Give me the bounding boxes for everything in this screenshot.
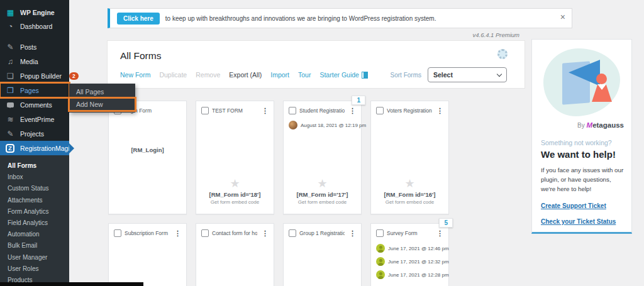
submenu-item-automation[interactable]: Automation bbox=[0, 229, 69, 240]
sidebar-item-registrationmagic[interactable]: Z RegistrationMagic bbox=[0, 141, 69, 156]
check-ticket-status-link[interactable]: Check your Ticket Status bbox=[541, 218, 616, 225]
form-title: Group 1 Registration ... bbox=[299, 230, 345, 236]
form-shortcode: [RM_Login] bbox=[109, 146, 186, 153]
sidebar-item-pages[interactable]: ❐ Pages bbox=[0, 83, 69, 97]
form-checkbox[interactable] bbox=[376, 107, 384, 114]
form-title: Voters Registration Fo... bbox=[387, 107, 432, 114]
submenu-item-bulk-email[interactable]: Bulk Email bbox=[0, 240, 69, 251]
submenu-item-form-analytics[interactable]: Form Analytics bbox=[0, 206, 69, 217]
submenu-item-attachments[interactable]: Attachments bbox=[0, 195, 69, 206]
sidebar-item-popup-builder[interactable]: ❏ Popup Builder 2 bbox=[0, 69, 69, 83]
form-card-group-1-registration[interactable]: Group 1 Registration ... ⋮ bbox=[283, 223, 362, 286]
registrationmagic-submenu: All Forms Inbox Custom Status Attachment… bbox=[0, 155, 69, 286]
popup-builder-icon: ❏ bbox=[6, 72, 15, 80]
kebab-menu-icon[interactable]: ⋮ bbox=[348, 107, 357, 114]
form-shortcode: [RM_Form id='17'] bbox=[284, 191, 361, 198]
sort-forms-area: Sort Forms Select bbox=[391, 67, 507, 82]
sidebar-item-label: Media bbox=[20, 58, 38, 65]
submenu-item-field-analytics[interactable]: Field Analytics bbox=[0, 217, 69, 229]
star-icon[interactable]: ★ bbox=[284, 178, 361, 189]
form-title: TEST FORM bbox=[212, 107, 257, 114]
comments-icon bbox=[6, 101, 15, 109]
form-card-voters-registration[interactable]: Voters Registration Fo... ⋮ ★ [RM_Form i… bbox=[370, 101, 449, 214]
form-card-test-form[interactable]: TEST FORM ⋮ ★ [RM_Form id='18'] Get form… bbox=[196, 101, 274, 214]
sidebar-item-posts[interactable]: ✎ Posts bbox=[0, 40, 69, 54]
embed-code-link[interactable]: Get form embed code bbox=[371, 199, 448, 205]
star-icon[interactable]: ★ bbox=[371, 178, 448, 189]
remove-link: Remove bbox=[196, 71, 220, 79]
admin-sidebar: ▦ WP Engine ◔ Dashboard ✎ Posts ♫ Media … bbox=[0, 0, 69, 286]
update-count-badge: 2 bbox=[69, 72, 79, 80]
pages-flyout-menu: All Pages Add New bbox=[69, 84, 135, 113]
sidebar-item-media[interactable]: ♫ Media bbox=[0, 54, 69, 69]
sidebar-item-dashboard[interactable]: ◔ Dashboard bbox=[0, 19, 69, 33]
form-card-survey-form[interactable]: 5 Survey Form ⋮ June 17, 2021 @ 12:46 pm… bbox=[370, 223, 449, 286]
sidebar-item-comments[interactable]: Comments bbox=[0, 97, 69, 112]
metagauss-logo: Metagauss bbox=[587, 121, 624, 129]
flyout-item-all-pages[interactable]: All Pages bbox=[69, 85, 135, 98]
kebab-menu-icon[interactable]: ⋮ bbox=[435, 107, 445, 114]
submenu-item-inbox[interactable]: Inbox bbox=[0, 172, 69, 183]
create-support-ticket-link[interactable]: Create Support Ticket bbox=[541, 202, 606, 209]
form-card-student-registration[interactable]: 1 Student Registration F... ⋮ August 18,… bbox=[283, 101, 362, 214]
gear-icon[interactable] bbox=[497, 49, 508, 59]
kebab-menu-icon[interactable]: ⋮ bbox=[260, 230, 270, 237]
star-icon[interactable]: ★ bbox=[196, 178, 274, 189]
sidebar-item-label: Posts bbox=[20, 43, 36, 51]
form-card-subscription-form[interactable]: Subscription Form ⋮ bbox=[108, 223, 187, 286]
banner-message: to keep up with breakthroughs and innova… bbox=[165, 15, 436, 22]
form-title: Subscription Form bbox=[125, 230, 170, 236]
person-icon bbox=[376, 257, 385, 266]
submenu-item-custom-status[interactable]: Custom Status bbox=[0, 183, 69, 194]
form-checkbox[interactable] bbox=[289, 107, 296, 114]
kebab-menu-icon[interactable]: ⋮ bbox=[435, 230, 445, 237]
form-card-login-form[interactable]: Login Form [RM_Login] bbox=[108, 101, 187, 214]
form-checkbox[interactable] bbox=[114, 229, 121, 237]
submenu-item-all-forms[interactable]: All Forms bbox=[0, 160, 69, 172]
form-card-contact-form[interactable]: Contact form for hom... ⋮ bbox=[196, 223, 274, 286]
tour-link[interactable]: Tour bbox=[298, 71, 311, 79]
sidebar-item-label: Projects bbox=[20, 130, 44, 138]
submission-date: June 17, 2021 @ 12:28 pm bbox=[388, 272, 449, 278]
bottom-bar bbox=[0, 282, 143, 286]
help-subtitle: Something not working? bbox=[541, 139, 612, 146]
media-icon: ♫ bbox=[6, 58, 15, 65]
avatar bbox=[289, 121, 297, 129]
submission-entry: June 17, 2021 @ 12:28 pm bbox=[376, 270, 448, 279]
sidebar-item-wp-engine[interactable]: ▦ WP Engine bbox=[0, 6, 69, 19]
submission-count-badge: 5 bbox=[439, 218, 453, 228]
kebab-menu-icon[interactable]: ⋮ bbox=[348, 230, 357, 237]
submission-count-badge: 1 bbox=[352, 96, 365, 105]
submission-entry: June 17, 2021 @ 12:32 pm bbox=[376, 257, 448, 266]
sort-forms-label: Sort Forms bbox=[391, 72, 421, 79]
plugin-version: v4.6.4.1 Premium bbox=[473, 31, 519, 38]
submenu-item-user-manager[interactable]: User Manager bbox=[0, 252, 69, 263]
sidebar-item-projects[interactable]: ✎ Projects bbox=[0, 126, 69, 141]
flyout-item-add-new[interactable]: Add New bbox=[69, 98, 135, 111]
form-checkbox[interactable] bbox=[376, 229, 384, 237]
kebab-menu-icon[interactable]: ⋮ bbox=[173, 230, 182, 237]
new-form-link[interactable]: New Form bbox=[120, 71, 150, 79]
submenu-item-user-roles[interactable]: User Roles bbox=[0, 263, 69, 275]
embed-code-link[interactable]: Get form embed code bbox=[196, 199, 274, 205]
sort-forms-select[interactable]: Select bbox=[428, 67, 507, 82]
form-checkbox[interactable] bbox=[289, 229, 296, 237]
sidebar-item-eventprime[interactable]: ≋ EventPrime bbox=[0, 112, 69, 126]
form-shortcode: [RM_Form id='18'] bbox=[196, 191, 274, 198]
click-here-button[interactable]: Click here bbox=[117, 13, 160, 25]
form-checkbox[interactable] bbox=[201, 229, 209, 237]
sidebar-item-label: Comments bbox=[20, 101, 52, 109]
form-checkbox[interactable] bbox=[201, 107, 209, 114]
export-all-link[interactable]: Export (All) bbox=[229, 71, 262, 79]
starter-guide-link[interactable]: Starter Guide bbox=[319, 71, 367, 79]
import-link[interactable]: Import bbox=[270, 71, 289, 79]
page-title: All Forms bbox=[120, 50, 161, 62]
submission-date: June 17, 2021 @ 12:32 pm bbox=[388, 259, 449, 265]
pages-icon: ❐ bbox=[6, 87, 15, 94]
metagauss-byline: By Metagauss bbox=[577, 121, 624, 129]
embed-code-link[interactable]: Get form embed code bbox=[284, 199, 361, 205]
wp-engine-icon: ▦ bbox=[6, 9, 15, 16]
wordpress-admin-screen: ▦ WP Engine ◔ Dashboard ✎ Posts ♫ Media … bbox=[0, 0, 644, 286]
kebab-menu-icon[interactable]: ⋮ bbox=[260, 107, 270, 114]
close-icon[interactable]: × bbox=[560, 13, 565, 21]
